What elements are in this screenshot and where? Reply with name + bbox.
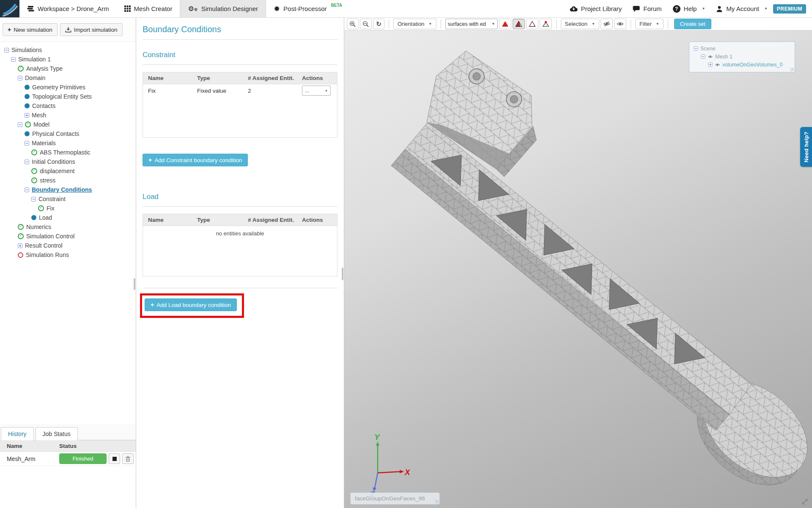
tree-node-label: Simulation 1 [18,56,51,63]
chevron-down-icon: ▼ [325,89,328,92]
zoom-out-button[interactable] [360,19,372,29]
filter-label: Filter [639,21,652,27]
tree-node-label: Simulation Control [26,233,74,240]
logo-swoosh-icon [1,1,18,17]
tree-node-mesh[interactable]: Mesh [3,110,136,120]
selection-button[interactable]: Selection ▼ [561,19,599,29]
tree-node-simulation-1[interactable]: Simulation 1 [3,55,136,64]
nav-my-account[interactable]: My Account ▼ [710,5,773,12]
status-check-icon [31,177,37,183]
render-mode-select[interactable]: surfaces with ed ▼ [445,19,498,29]
expand-icon[interactable] [18,243,22,248]
tree-node-load[interactable]: Load [3,213,136,222]
filter-button[interactable]: Filter ▼ [635,19,664,29]
annotation-highlight-box: + Add Load boundary condition [140,293,244,318]
add-load-button[interactable]: + Add Load boundary condition [145,298,237,311]
scene-node-volume[interactable]: volumeOnGeoVolumes_0 [694,61,795,69]
tree-node-fix[interactable]: Fix [3,204,136,213]
collapse-icon[interactable] [25,188,29,192]
collapse-icon[interactable] [4,48,9,52]
scene-node-scene[interactable]: Scene [694,44,795,52]
tree-node-constraint[interactable]: Constraint [3,194,136,204]
tab-post-processor[interactable]: ✹ Post-Processor BETA [266,0,350,17]
tree-node-displacement[interactable]: displacement [3,166,136,176]
nav-workspace[interactable]: Workspace > Drone_Arm [19,0,117,17]
tree-node-initial-conditions[interactable]: Initial Conditions [3,157,136,166]
delete-job-button[interactable] [122,453,134,464]
cell-name: Fix [143,88,197,94]
empty-table-message: no entities available [143,226,337,237]
viewport-canvas[interactable]: Scene Mesh 1 volumeOnGeoVo [344,30,812,508]
tree-node-domain[interactable]: Domain [3,73,136,83]
nav-help[interactable]: ? Help ▼ [667,5,711,13]
scrollbar-thumb[interactable] [342,268,343,280]
expand-icon[interactable] [708,63,713,67]
collapse-icon[interactable] [31,197,36,202]
tree-node-simulations[interactable]: Simulations [3,45,136,55]
tab-simulation-designer[interactable]: ⚙⚙ Simulation Designer [180,0,266,17]
collapse-icon[interactable] [25,160,29,164]
tree-node-materials[interactable]: Materials [3,138,136,148]
tab-mesh-creator[interactable]: Mesh Creator [117,0,180,17]
tree-node-analysis-type[interactable]: Analysis Type [3,64,136,73]
tree-node-abs-thermoplastic[interactable]: ABS Thermoplastic [3,148,136,157]
collapse-icon[interactable] [25,141,29,146]
simscale-logo[interactable] [0,0,19,17]
scrollbar-thumb[interactable] [134,278,135,290]
history-tabs: History Job Status [0,424,136,440]
nav-project-library[interactable]: Project Library [564,5,628,12]
render-surfaces-button[interactable] [499,19,511,29]
mesh-model[interactable] [344,30,812,508]
expand-icon[interactable] [25,113,29,118]
show-selection-button[interactable] [614,19,626,29]
status-badge[interactable]: Finished [59,453,107,464]
collapse-icon[interactable] [694,47,698,51]
toolbar-separator [631,19,631,29]
tree-node-boundary-conditions[interactable]: Boundary Conditions [3,185,136,194]
tab-history[interactable]: History [1,427,34,440]
tree-node-geometry-primitives[interactable]: Geometry Primitives [3,83,136,92]
tree-node-numerics[interactable]: Numerics [3,222,136,232]
table-row[interactable]: Fix Fixed value 2 ... ▼ [143,84,337,97]
tree-node-physical-contacts[interactable]: Physical Contacts [3,129,136,138]
orientation-button[interactable]: Orientation ▼ [393,19,436,29]
collapse-icon[interactable] [701,55,705,59]
page-title: Boundary Conditions [143,25,337,34]
render-surfaces-edges-button[interactable] [513,19,525,29]
nav-forum[interactable]: Forum [627,5,667,12]
add-constraint-button[interactable]: + Add Constraint boundary condition [143,154,248,166]
visibility-eye-icon[interactable] [708,55,713,58]
render-wireframe-button[interactable] [526,19,538,29]
tree-node-result-control[interactable]: Result Control [3,241,136,250]
import-simulation-button[interactable]: Import simulation [60,23,123,36]
plus-icon: + [148,157,152,163]
render-points-button[interactable] [540,19,552,29]
tree-node-contacts[interactable]: Contacts [3,101,136,110]
new-simulation-button[interactable]: + New simulation [3,23,58,36]
chevron-down-icon: ▼ [656,22,659,26]
my-account-label: My Account [726,5,759,12]
visibility-eye-icon[interactable] [715,63,720,66]
zoom-in-button[interactable] [347,19,359,29]
scene-node-mesh[interactable]: Mesh 1 [694,52,795,61]
resize-handle[interactable] [435,500,439,503]
new-simulation-label: New simulation [14,27,52,33]
hide-selection-button[interactable] [601,19,613,29]
collapse-icon[interactable] [18,122,22,127]
resize-handle[interactable] [790,67,794,71]
refresh-view-button[interactable]: ↻ [373,19,384,29]
collapse-icon[interactable] [18,76,22,80]
tree-node-stress[interactable]: stress [3,176,136,185]
create-set-button[interactable]: Create set [674,19,711,29]
tree-node-simulation-control[interactable]: Simulation Control [3,232,136,241]
stop-job-button[interactable] [109,453,120,464]
collapse-icon[interactable] [11,57,16,62]
need-help-tab[interactable]: Need help? [800,127,812,167]
tree-node-model[interactable]: Model [3,120,136,129]
selection-name-field[interactable]: faceGroupOnGeoFaces_96 [350,492,440,505]
tree-node-simulation-runs[interactable]: Simulation Runs [3,250,136,260]
actions-select[interactable]: ... ▼ [302,86,331,96]
tab-job-status[interactable]: Job Status [36,427,78,440]
tree-node-topological-entity-sets[interactable]: Topological Entity Sets [3,92,136,101]
fullscreen-toggle[interactable] [801,498,809,505]
